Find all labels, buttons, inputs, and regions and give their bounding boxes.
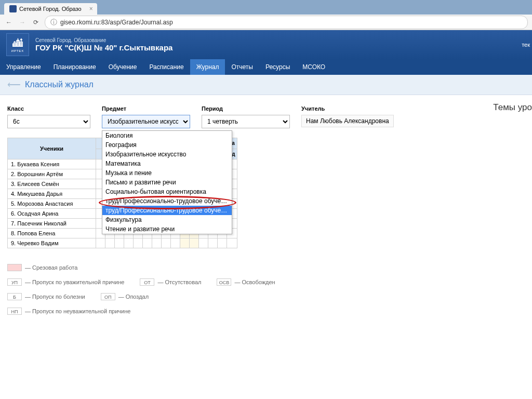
grade-cell[interactable] bbox=[152, 238, 162, 248]
grade-cell[interactable] bbox=[199, 238, 208, 248]
legend-b: Б— Пропуск по болезни bbox=[7, 293, 85, 300]
student-name: 4. Микушева Дарья bbox=[8, 189, 96, 199]
filter-teacher: Учитель Нам Любовь Александровна bbox=[301, 105, 394, 128]
subject-dropdown[interactable]: БиологияГеографияИзобразительное искусст… bbox=[102, 130, 232, 234]
address-bar: ← → ⟳ ⓘ giseo.rkomi.ru:83/asp/Grade/Jour… bbox=[0, 15, 532, 30]
nav-item-6[interactable]: Ресурсы bbox=[259, 59, 296, 75]
dropdown-option[interactable]: Музыка и пение bbox=[102, 168, 232, 178]
nav-item-2[interactable]: Обучение bbox=[102, 59, 143, 75]
info-icon: ⓘ bbox=[50, 18, 57, 27]
grade-cell[interactable] bbox=[190, 238, 199, 248]
grade-cell[interactable] bbox=[171, 238, 180, 248]
subject-select[interactable]: Изобразительное искусство bbox=[102, 115, 190, 128]
grade-cell[interactable] bbox=[162, 238, 171, 248]
teacher-label: Учитель bbox=[301, 105, 394, 112]
filters: Класс 6с Предмет Изобразительное искусст… bbox=[7, 105, 525, 128]
forward-icon[interactable]: → bbox=[18, 18, 27, 27]
journal-table-wrap: Ученикикаод1. Букаева Ксения2. Ворошнин … bbox=[7, 138, 525, 248]
grade-cell[interactable] bbox=[208, 238, 218, 248]
student-name: 8. Попова Елена bbox=[8, 229, 96, 238]
browser-tab[interactable]: Сетевой Город. Образо × bbox=[4, 3, 97, 15]
header-right-text: тек bbox=[522, 42, 530, 48]
app-title: ГОУ РК "С(К)Ш № 40" г.Сыктывкара bbox=[35, 43, 172, 52]
dropdown-option[interactable]: Математика bbox=[102, 159, 232, 168]
back-icon[interactable]: ← bbox=[4, 18, 14, 27]
nav-item-0[interactable]: Управление bbox=[0, 59, 47, 75]
table-row: 9. Черевко Вадим bbox=[8, 238, 237, 248]
legend-np: НП— Пропуск по неуважительной причине bbox=[7, 308, 130, 315]
grade-cell[interactable] bbox=[105, 238, 115, 248]
student-name: 6. Осадчая Арина bbox=[8, 209, 96, 219]
dropdown-option[interactable]: труд/Профессионально-трудовое обучение/С… bbox=[102, 196, 232, 206]
filter-period: Период 1 четверть bbox=[202, 105, 290, 128]
main-nav: УправлениеПланированиеОбучениеРасписание… bbox=[0, 59, 532, 75]
grade-cell[interactable] bbox=[143, 238, 152, 248]
dropdown-option[interactable]: труд/Профессионально-трудовое обучение/Ш… bbox=[102, 206, 232, 215]
student-name: 2. Ворошнин Артём bbox=[8, 169, 96, 179]
dropdown-option[interactable]: Биология bbox=[102, 131, 232, 140]
nav-item-3[interactable]: Расписание bbox=[143, 59, 190, 75]
legend: — Срезовая работа УП— Пропуск по уважите… bbox=[7, 264, 525, 315]
back-arrow-icon[interactable]: ⟵ bbox=[7, 79, 21, 90]
period-select[interactable]: 1 четверть bbox=[202, 115, 290, 128]
app-logo: 🏙 ИРТЕХ bbox=[6, 33, 29, 56]
dropdown-option[interactable]: Письмо и развитие речи bbox=[102, 178, 232, 187]
filter-subject: Предмет Изобразительное искусство bbox=[102, 105, 190, 128]
url-input[interactable]: ⓘ giseo.rkomi.ru:83/asp/Grade/Journal.as… bbox=[45, 16, 528, 29]
dropdown-option[interactable]: Физкультура bbox=[102, 215, 232, 224]
nav-item-1[interactable]: Планирование bbox=[47, 59, 102, 75]
app-titles: Сетевой Город. Образование ГОУ РК "С(К)Ш… bbox=[35, 37, 172, 52]
legend-up: УП— Пропуск по уважительной причине bbox=[7, 278, 124, 286]
student-name: 1. Букаева Ксения bbox=[8, 159, 96, 169]
app-header: 🏙 ИРТЕХ Сетевой Город. Образование ГОУ Р… bbox=[0, 30, 532, 59]
grade-cell[interactable] bbox=[218, 238, 227, 248]
pink-swatch bbox=[7, 264, 22, 271]
url-text: giseo.rkomi.ru:83/asp/Grade/Journal.asp bbox=[60, 19, 173, 26]
legend-op: ОП— Опоздал bbox=[101, 293, 149, 300]
grade-cell[interactable] bbox=[180, 238, 190, 248]
app-subtitle: Сетевой Город. Образование bbox=[35, 37, 172, 43]
browser-chrome: Сетевой Город. Образо × ← → ⟳ ⓘ giseo.rk… bbox=[0, 0, 532, 30]
legend-ot: ОТ— Отсутствовал bbox=[140, 278, 201, 286]
class-label: Класс bbox=[7, 105, 90, 112]
grade-cell[interactable] bbox=[96, 238, 105, 248]
nav-item-5[interactable]: Отчеты bbox=[225, 59, 259, 75]
filter-class: Класс 6с bbox=[7, 105, 90, 128]
close-icon[interactable]: × bbox=[89, 5, 93, 12]
tab-title: Сетевой Город. Образо bbox=[19, 6, 82, 12]
dropdown-option[interactable]: Чтение и развитие речи bbox=[102, 224, 232, 234]
content: Темы уро Класс 6с Предмет Изобразительно… bbox=[0, 95, 532, 399]
student-name: 3. Елисеев Семён bbox=[8, 179, 96, 189]
dropdown-option[interactable]: Социально-бытовая ориентировка bbox=[102, 187, 232, 196]
class-select[interactable]: 6с bbox=[7, 115, 90, 128]
legend-osv: ОСВ— Освобожден bbox=[217, 278, 275, 286]
student-name: 9. Черевко Вадим bbox=[8, 238, 96, 248]
grade-cell[interactable] bbox=[115, 238, 124, 248]
nav-item-7[interactable]: МСОКО bbox=[296, 59, 331, 75]
period-label: Период bbox=[202, 105, 290, 112]
nav-item-4[interactable]: Журнал bbox=[190, 59, 225, 75]
dropdown-option[interactable]: География bbox=[102, 140, 232, 150]
tab-bar: Сетевой Город. Образо × bbox=[0, 0, 532, 15]
subject-label: Предмет bbox=[102, 105, 190, 112]
legend-srez: — Срезовая работа bbox=[7, 264, 77, 271]
logo-icon: 🏙 bbox=[12, 37, 23, 49]
teacher-value: Нам Любовь Александровна bbox=[301, 115, 394, 127]
page-title: Классный журнал bbox=[25, 80, 94, 89]
logo-label: ИРТЕХ bbox=[11, 49, 24, 52]
students-header: Ученики bbox=[8, 138, 96, 159]
student-name: 7. Пасечник Николай bbox=[8, 219, 96, 229]
grade-cell[interactable] bbox=[124, 238, 134, 248]
page-title-bar: ⟵ Классный журнал bbox=[0, 75, 532, 95]
favicon-icon bbox=[9, 5, 17, 12]
dropdown-option[interactable]: Изобразительное искусство bbox=[102, 150, 232, 159]
reload-icon[interactable]: ⟳ bbox=[31, 18, 41, 27]
student-name: 5. Морозова Анастасия bbox=[8, 199, 96, 209]
grade-cell[interactable] bbox=[134, 238, 143, 248]
summary-cell bbox=[227, 238, 237, 248]
topics-heading: Темы уро bbox=[493, 102, 532, 113]
